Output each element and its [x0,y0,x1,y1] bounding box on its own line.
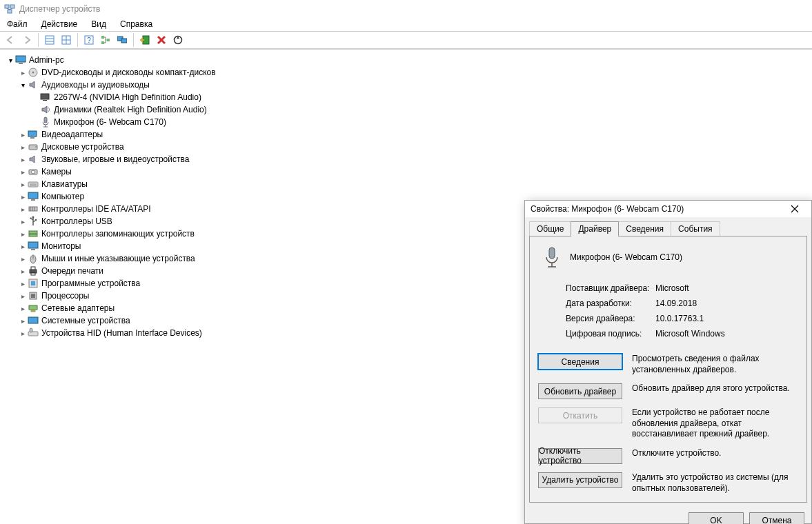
expand-icon[interactable]: ▸ [18,317,28,325]
usb-controller-icon [28,216,39,227]
value: Microsoft Windows [655,329,725,339]
forward-button[interactable] [19,32,34,48]
menu-help[interactable]: Справка [117,18,155,30]
tree-label: Сетевые адаптеры [41,303,115,313]
ok-button[interactable]: OK [689,512,744,524]
expand-icon[interactable]: ▸ [18,330,28,337]
tree-view-button[interactable] [98,32,113,48]
expand-icon[interactable]: ▸ [18,280,28,288]
expand-icon[interactable]: ▸ [18,268,28,275]
svg-rect-63 [28,332,38,336]
menubar: Файл Действие Вид Справка [0,17,812,31]
svg-point-46 [35,219,37,221]
device-header: Микрофон (6- Webcam C170) [541,246,798,268]
update-driver-button[interactable]: Обновить драйвер [538,383,622,399]
system-device-icon [28,315,39,326]
expand-icon[interactable]: ▸ [18,230,28,238]
uninstall-device-button[interactable]: Удалить устройство [538,472,622,488]
tree-item-keyboards[interactable]: ▸ Клавиатуры [3,178,809,190]
tree-item-video[interactable]: ▸ Видеоадаптеры [3,128,809,141]
microphone-icon [40,117,51,128]
label: Версия драйвера: [566,314,655,323]
collapse-icon[interactable]: ▾ [18,81,28,89]
rollback-driver-button: Откатить [538,407,622,423]
tree-label: Очереди печати [41,266,103,276]
label: Дата разработки: [566,299,655,308]
driver-details-button[interactable]: Сведения [538,354,622,370]
show-table-button[interactable] [42,32,57,48]
tree-label: Компьютер [41,192,84,201]
collapse-icon[interactable]: ▾ [6,57,15,64]
help-button[interactable]: ? [81,32,97,48]
add-hardware-button[interactable] [137,32,152,48]
svg-rect-22 [16,56,26,62]
computer-icon [15,54,26,66]
uninstall-device-desc: Удалить это устройство из системы (для о… [632,472,798,494]
expand-icon[interactable]: ▸ [18,255,28,263]
value: 14.09.2018 [655,299,697,308]
driver-action-row: Удалить устройство Удалить это устройств… [538,472,798,494]
expand-icon[interactable]: ▸ [18,205,28,213]
expand-icon[interactable]: ▸ [18,218,28,225]
tree-item-audio-child[interactable]: Динамики (Realtek High Definition Audio) [3,103,809,116]
audio-icon [28,79,39,90]
monitors-view-button[interactable] [115,32,130,48]
expand-icon[interactable]: ▸ [18,181,28,188]
menu-file[interactable]: Файл [4,18,30,30]
svg-rect-39 [31,199,35,201]
menu-action[interactable]: Действие [39,18,81,30]
toolbar: ? [0,31,812,49]
expand-icon[interactable]: ▸ [18,292,28,300]
scan-hardware-button[interactable] [170,32,186,48]
expand-icon[interactable]: ▸ [18,193,28,201]
expand-icon[interactable]: ▸ [18,168,28,176]
tree-label: Динамики (Realtek High Definition Audio) [54,105,207,114]
tree-label: Admin-pc [29,55,64,65]
cancel-button[interactable]: Отмена [749,512,804,524]
expand-icon[interactable]: ▸ [18,305,28,312]
tree-root[interactable]: ▾ Admin-pc [3,54,809,66]
remove-button[interactable] [154,32,169,48]
tree-item-cameras[interactable]: ▸ Камеры [3,165,809,178]
update-driver-desc: Обновить драйвер для этого устройства. [632,383,798,394]
dialog-titlebar: Свойства: Микрофон (6- Webcam C170) [525,201,811,217]
back-button[interactable] [3,32,18,48]
software-device-icon [28,278,39,289]
tree-item-audio-child[interactable]: Микрофон (6- Webcam C170) [3,116,809,128]
expand-icon[interactable]: ▸ [18,143,28,151]
keyboard-icon [28,179,39,190]
camera-icon [28,166,39,177]
gpu-icon [28,129,39,140]
svg-rect-60 [29,305,37,310]
svg-rect-27 [43,100,47,101]
expand-icon[interactable]: ▸ [18,156,28,163]
show-grid-button[interactable] [59,32,74,48]
tree-label: Дисковые устройства [41,142,124,152]
tab-driver[interactable]: Драйвер [571,221,619,236]
svg-rect-55 [31,273,35,275]
svg-rect-13 [101,36,104,39]
disable-device-desc: Отключите устройство. [632,448,798,459]
expand-icon[interactable]: ▸ [18,243,28,250]
tree-item-dvd[interactable]: ▸ DVD-дисководы и дисководы компакт-диск… [3,66,809,79]
menu-view[interactable]: Вид [88,18,109,30]
tree-item-disk[interactable]: ▸ Дисковые устройства [3,141,809,153]
expand-icon[interactable]: ▸ [18,131,28,139]
tab-details[interactable]: Сведения [618,221,671,236]
tree-item-audio[interactable]: ▾ Аудиовходы и аудиовыходы [3,79,809,91]
tree-label: Системные устройства [41,316,130,325]
expand-icon[interactable]: ▸ [18,69,28,77]
tree-item-svc[interactable]: ▸ Звуковые, игровые и видеоустройства [3,153,809,165]
close-button[interactable] [784,201,806,217]
svg-point-25 [32,72,34,74]
svg-rect-1 [10,5,14,8]
tree-label: Контроллеры IDE ATA/ATAPI [41,204,151,214]
disable-device-button[interactable]: Отключить устройство [538,448,622,464]
tree-label: Программные устройства [41,279,140,288]
disk-icon [28,141,39,152]
tab-events[interactable]: События [671,221,720,236]
tree-item-audio-child[interactable]: 2267W-4 (NVIDIA High Definition Audio) [3,91,809,103]
value: 10.0.17763.1 [655,314,704,323]
tab-general[interactable]: Общие [529,221,571,236]
tree-label: Мониторы [41,241,81,251]
